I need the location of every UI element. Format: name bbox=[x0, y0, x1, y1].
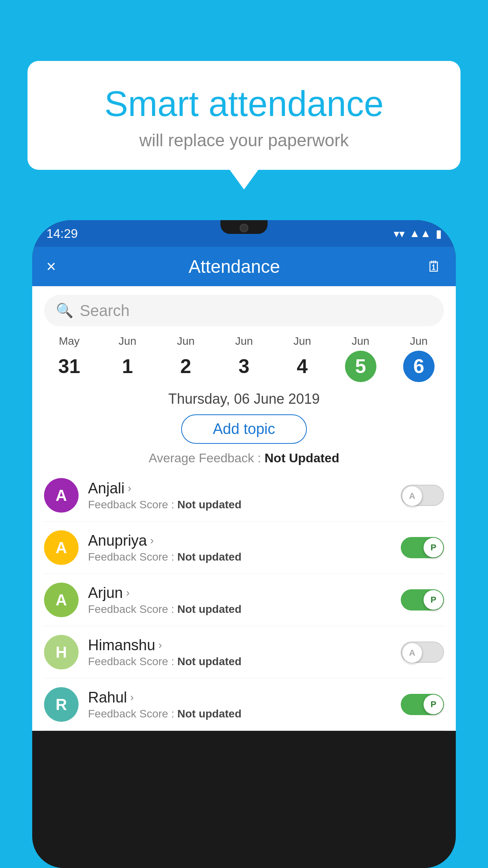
student-name-2: Arjun › bbox=[88, 585, 391, 601]
chevron-icon-1: › bbox=[150, 534, 154, 547]
student-item-1[interactable]: AAnupriya ›Feedback Score : Not updatedP bbox=[44, 522, 444, 574]
student-list: AAnjali ›Feedback Score : Not updatedAAA… bbox=[32, 469, 456, 731]
toggle-2[interactable]: P bbox=[401, 589, 444, 611]
add-topic-button[interactable]: Add topic bbox=[181, 414, 307, 444]
phone-frame: 14:29 ▾▾ ▲▲ ▮ × Attendance 🗓 🔍 Search Ma… bbox=[32, 220, 456, 868]
average-feedback-value: Not Updated bbox=[264, 451, 339, 465]
avatar-3: H bbox=[44, 635, 79, 669]
cal-month-4: Jun bbox=[273, 335, 331, 348]
student-info-3: Himanshu ›Feedback Score : Not updated bbox=[88, 637, 391, 668]
feedback-score-3: Feedback Score : Not updated bbox=[88, 655, 391, 668]
cal-date-2[interactable]: 2 bbox=[170, 351, 202, 382]
calendar-day-6[interactable]: Jun6 bbox=[390, 335, 448, 382]
app-bar: × Attendance 🗓 bbox=[32, 247, 456, 286]
student-name-0: Anjali › bbox=[88, 480, 391, 497]
screen-content: 🔍 Search May31Jun1Jun2Jun3Jun4Jun5Jun6 T… bbox=[32, 286, 456, 731]
chevron-icon-4: › bbox=[130, 691, 134, 704]
avatar-2: A bbox=[44, 583, 79, 617]
bubble-subtitle: will replace your paperwork bbox=[55, 131, 433, 150]
avatar-0: A bbox=[44, 478, 79, 513]
search-bar[interactable]: 🔍 Search bbox=[44, 295, 444, 326]
cal-date-5[interactable]: 5 bbox=[345, 351, 376, 382]
student-info-4: Rahul ›Feedback Score : Not updated bbox=[88, 689, 391, 720]
cal-date-0[interactable]: 31 bbox=[53, 351, 85, 382]
status-time: 14:29 bbox=[46, 226, 78, 241]
cal-month-5: Jun bbox=[331, 335, 389, 348]
cal-month-0: May bbox=[40, 335, 98, 348]
cal-date-6[interactable]: 6 bbox=[403, 351, 435, 382]
calendar-icon[interactable]: 🗓 bbox=[427, 258, 442, 275]
feedback-score-0: Feedback Score : Not updated bbox=[88, 498, 391, 511]
student-name-3: Himanshu › bbox=[88, 637, 391, 654]
cal-date-3[interactable]: 3 bbox=[228, 351, 260, 382]
app-bar-title: Attendance bbox=[51, 256, 417, 277]
cal-month-2: Jun bbox=[157, 335, 215, 348]
bubble-title: Smart attendance bbox=[55, 85, 433, 123]
feedback-score-2: Feedback Score : Not updated bbox=[88, 603, 391, 616]
student-item-3[interactable]: HHimanshu ›Feedback Score : Not updatedA bbox=[44, 626, 444, 679]
notch-camera bbox=[240, 224, 248, 232]
cal-date-4[interactable]: 4 bbox=[286, 351, 318, 382]
student-name-1: Anupriya › bbox=[88, 532, 391, 549]
feedback-score-4: Feedback Score : Not updated bbox=[88, 708, 391, 720]
student-item-0[interactable]: AAnjali ›Feedback Score : Not updatedA bbox=[44, 469, 444, 522]
student-item-4[interactable]: RRahul ›Feedback Score : Not updatedP bbox=[44, 679, 444, 731]
toggle-0[interactable]: A bbox=[401, 485, 444, 506]
feedback-score-1: Feedback Score : Not updated bbox=[88, 551, 391, 563]
average-feedback: Average Feedback : Not Updated bbox=[32, 451, 456, 465]
status-icons: ▾▾ ▲▲ ▮ bbox=[394, 227, 442, 240]
notch bbox=[220, 220, 268, 234]
calendar-day-5[interactable]: Jun5 bbox=[331, 335, 389, 382]
student-name-4: Rahul › bbox=[88, 689, 391, 706]
avatar-1: A bbox=[44, 530, 79, 565]
chevron-icon-2: › bbox=[126, 587, 130, 599]
calendar-day-1[interactable]: Jun1 bbox=[98, 335, 156, 382]
average-feedback-label: Average Feedback : bbox=[149, 451, 261, 465]
chevron-icon-3: › bbox=[158, 639, 162, 651]
signal-icon: ▲▲ bbox=[409, 227, 431, 240]
calendar-day-0[interactable]: May31 bbox=[40, 335, 98, 382]
cal-month-6: Jun bbox=[390, 335, 448, 348]
status-bar: 14:29 ▾▾ ▲▲ ▮ bbox=[32, 220, 456, 247]
search-icon: 🔍 bbox=[56, 302, 73, 319]
speech-bubble: Smart attendance will replace your paper… bbox=[28, 61, 460, 170]
calendar-day-3[interactable]: Jun3 bbox=[215, 335, 273, 382]
toggle-4[interactable]: P bbox=[401, 694, 444, 715]
calendar-day-4[interactable]: Jun4 bbox=[273, 335, 331, 382]
cal-month-1: Jun bbox=[98, 335, 156, 348]
avatar-4: R bbox=[44, 687, 79, 722]
student-info-2: Arjun ›Feedback Score : Not updated bbox=[88, 585, 391, 616]
chevron-icon-0: › bbox=[128, 482, 131, 495]
wifi-icon: ▾▾ bbox=[394, 227, 405, 240]
cal-date-1[interactable]: 1 bbox=[112, 351, 143, 382]
selected-date-label: Thursday, 06 June 2019 bbox=[32, 391, 456, 407]
search-input[interactable]: Search bbox=[80, 302, 432, 320]
student-info-1: Anupriya ›Feedback Score : Not updated bbox=[88, 532, 391, 563]
calendar-strip: May31Jun1Jun2Jun3Jun4Jun5Jun6 bbox=[32, 335, 456, 382]
cal-month-3: Jun bbox=[215, 335, 273, 348]
calendar-day-2[interactable]: Jun2 bbox=[157, 335, 215, 382]
battery-icon: ▮ bbox=[436, 227, 442, 240]
student-item-2[interactable]: AArjun ›Feedback Score : Not updatedP bbox=[44, 574, 444, 626]
toggle-3[interactable]: A bbox=[401, 642, 444, 663]
toggle-1[interactable]: P bbox=[401, 537, 444, 558]
student-info-0: Anjali ›Feedback Score : Not updated bbox=[88, 480, 391, 511]
